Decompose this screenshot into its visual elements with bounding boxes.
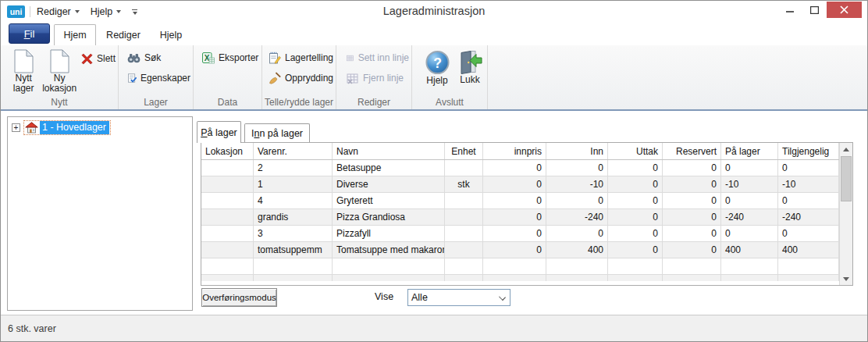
remove-row-icon bbox=[347, 73, 359, 84]
column-header-innpris[interactable]: innpris bbox=[483, 143, 546, 159]
app-tab-row: Fil Hjem Rediger Hjelp bbox=[1, 22, 867, 45]
table-cell bbox=[778, 275, 839, 281]
column-header-navn[interactable]: Navn bbox=[333, 143, 445, 159]
overforingsmodus-button[interactable]: Overføringsmodus bbox=[201, 288, 277, 307]
tab-hjelp[interactable]: Hjelp bbox=[151, 24, 191, 45]
table-cell bbox=[778, 258, 839, 274]
table-cell bbox=[201, 242, 254, 258]
exit-door-icon bbox=[457, 49, 482, 75]
column-header-enhet[interactable]: Enhet bbox=[445, 143, 483, 159]
column-header-uttak[interactable]: Uttak bbox=[608, 143, 663, 159]
tree-item-label: 1 - Hovedlager bbox=[40, 121, 109, 134]
table-cell: -240 bbox=[721, 209, 778, 225]
table-row[interactable]: 1Diversestk0-1000-10-10 bbox=[201, 176, 852, 193]
table-cell: 0 bbox=[663, 176, 721, 192]
table-cell bbox=[201, 226, 254, 241]
table-cell: 0 bbox=[483, 160, 546, 176]
nytt-lager-button[interactable]: Nyttlager bbox=[7, 47, 40, 94]
table-cell bbox=[608, 275, 663, 281]
table-row[interactable]: 3Pizzafyll000000 bbox=[201, 226, 852, 242]
tab-rediger[interactable]: Rediger bbox=[101, 24, 146, 45]
grid-header-row: LokasjonVarenr.NavnEnhetinnprisInnUttakR… bbox=[201, 143, 852, 160]
svg-text:?: ? bbox=[433, 55, 442, 71]
scroll-thumb[interactable] bbox=[841, 156, 852, 201]
table-cell bbox=[445, 242, 483, 258]
minimize-button[interactable] bbox=[778, 2, 802, 18]
ny-lokasjon-button[interactable]: Nylokasjon bbox=[40, 47, 79, 94]
window-title: Lageradministrasjon bbox=[1, 5, 867, 17]
slett-button[interactable]: Slett bbox=[79, 51, 118, 66]
scroll-up-button[interactable] bbox=[840, 143, 852, 155]
table-cell bbox=[608, 258, 663, 274]
delete-x-icon bbox=[81, 53, 93, 65]
vise-dropdown-value: Alle bbox=[411, 292, 428, 303]
ribbon-group-lager: Søk Egenskaper Lager bbox=[119, 45, 194, 109]
lagertelling-button[interactable]: Lagertelling bbox=[266, 50, 336, 66]
table-cell: 0 bbox=[721, 160, 778, 176]
tab-inn-pa-lager[interactable]: Inn på lager bbox=[244, 123, 310, 142]
lukk-button[interactable]: Lukk bbox=[453, 47, 487, 87]
table-cell: 0 bbox=[546, 160, 608, 176]
minimize-icon bbox=[786, 5, 795, 14]
inventory-grid: LokasjonVarenr.NavnEnhetinnprisInnUttakR… bbox=[201, 142, 853, 286]
column-header-p-lager[interactable]: På lager bbox=[721, 143, 778, 159]
close-button[interactable] bbox=[827, 2, 862, 18]
table-cell bbox=[546, 275, 608, 281]
table-cell: Betasuppe bbox=[333, 160, 445, 176]
column-header-varenr-[interactable]: Varenr. bbox=[254, 143, 333, 159]
opprydding-button[interactable]: Opprydding bbox=[266, 70, 336, 86]
vertical-scrollbar[interactable] bbox=[839, 143, 852, 285]
scroll-down-button[interactable] bbox=[840, 273, 852, 285]
insert-row-icon bbox=[347, 52, 354, 64]
table-cell: 0 bbox=[483, 242, 546, 258]
table-cell: 0 bbox=[778, 226, 839, 241]
table-cell: 0 bbox=[778, 193, 839, 208]
column-header-inn[interactable]: Inn bbox=[546, 143, 608, 159]
table-cell: 0 bbox=[608, 242, 663, 258]
column-header-reservert[interactable]: Reservert bbox=[663, 143, 721, 159]
table-row[interactable]: 2Betasuppe000000 bbox=[201, 160, 852, 176]
table-cell: 0 bbox=[721, 193, 778, 208]
tree-expander-icon[interactable]: + bbox=[12, 123, 20, 132]
properties-icon bbox=[127, 72, 137, 84]
table-row[interactable]: tomatsuppemmTomatsuppe med makaroni04000… bbox=[201, 242, 852, 258]
table-cell: Pizzafyll bbox=[333, 226, 445, 241]
arrow-up-icon bbox=[843, 148, 849, 151]
eksporter-button[interactable]: X Eksporter bbox=[200, 50, 261, 66]
table-row[interactable]: 4Gryterett000000 bbox=[201, 193, 852, 209]
table-row[interactable]: grandisPizza Grandiosa0-24000-240-240 bbox=[201, 209, 852, 226]
tab-hjem[interactable]: Hjem bbox=[54, 24, 96, 45]
binoculars-icon bbox=[127, 53, 141, 63]
table-cell bbox=[333, 258, 445, 274]
tab-fil[interactable]: Fil bbox=[9, 23, 50, 44]
egenskaper-button[interactable]: Egenskaper bbox=[125, 70, 193, 86]
app-window: uni Rediger Hjelp Lageradministrasjon bbox=[0, 0, 868, 342]
table-cell: 1 bbox=[254, 176, 333, 192]
tab-pa-lager[interactable]: På lager bbox=[197, 121, 241, 143]
table-cell bbox=[721, 258, 778, 274]
table-cell: 0 bbox=[663, 160, 721, 176]
warehouse-tree-panel: + 1 - Hovedlager bbox=[7, 116, 193, 311]
maximize-button[interactable] bbox=[802, 2, 827, 18]
table-cell: 0 bbox=[663, 193, 721, 208]
table-cell: 0 bbox=[663, 242, 721, 258]
table-cell: 0 bbox=[483, 226, 546, 241]
table-cell: 4 bbox=[254, 193, 333, 208]
vise-label: Vise bbox=[375, 291, 393, 302]
column-header-lokasjon[interactable]: Lokasjon bbox=[201, 143, 254, 159]
new-document-icon bbox=[13, 49, 34, 73]
close-icon bbox=[840, 5, 848, 14]
group-label: Data bbox=[194, 97, 261, 108]
table-cell: 0 bbox=[778, 160, 839, 176]
hjelp-button[interactable]: ? Hjelp bbox=[422, 47, 453, 87]
tree-item-hovedlager[interactable]: + 1 - Hovedlager bbox=[12, 120, 192, 135]
table-cell bbox=[445, 160, 483, 176]
table-cell bbox=[445, 193, 483, 208]
vise-dropdown[interactable]: Alle bbox=[407, 289, 510, 306]
column-header-tilgjengelig[interactable]: Tilgjengelig bbox=[778, 143, 839, 159]
ribbon: Nyttlager Nylokasjon Slett Nytt bbox=[1, 45, 867, 111]
sok-button[interactable]: Søk bbox=[125, 50, 193, 66]
table-cell: -10 bbox=[721, 176, 778, 192]
table-cell bbox=[333, 275, 445, 281]
notepad-icon bbox=[269, 52, 281, 64]
